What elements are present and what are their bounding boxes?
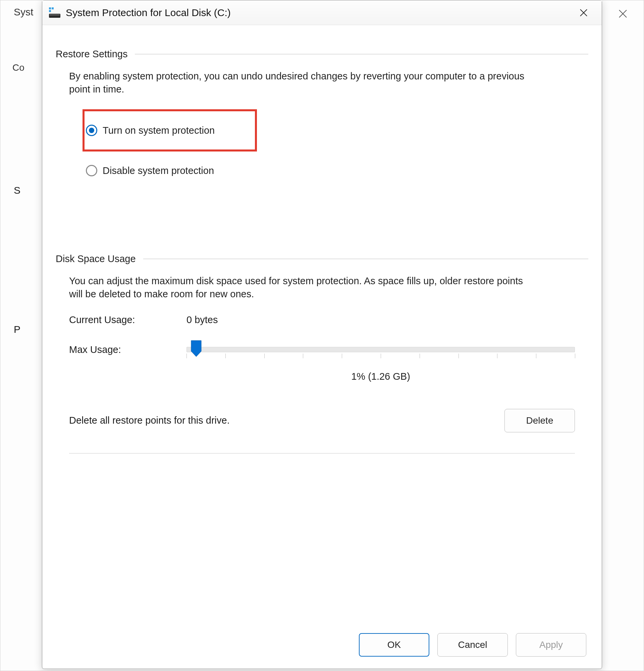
apply-button[interactable]: Apply <box>516 633 586 657</box>
slider-value-text: 1% (1.26 GB) <box>186 371 575 382</box>
disk-description: You can adjust the maximum disk space us… <box>69 275 539 301</box>
section-label: Disk Space Usage <box>56 253 143 264</box>
max-usage-slider[interactable] <box>186 347 575 352</box>
dialog-footer: OK Cancel Apply <box>42 621 602 669</box>
slider-ticks <box>186 354 575 361</box>
svg-rect-6 <box>50 14 60 15</box>
parent-window-title: Syst <box>14 7 33 18</box>
system-icon <box>48 7 61 19</box>
current-usage-row: Current Usage: 0 bytes <box>69 314 588 326</box>
radio-label: Disable system protection <box>103 165 214 176</box>
ok-button[interactable]: OK <box>359 633 429 657</box>
close-icon <box>580 9 588 17</box>
dialog-close-button[interactable] <box>570 4 597 21</box>
current-usage-value: 0 bytes <box>186 314 218 326</box>
svg-rect-5 <box>49 14 60 18</box>
footer-separator <box>69 453 575 454</box>
dialog-titlebar: System Protection for Local Disk (C:) <box>42 0 602 25</box>
max-usage-label: Max Usage: <box>69 341 186 355</box>
system-protection-dialog: System Protection for Local Disk (C:) Re… <box>42 0 602 669</box>
parent-tab-fragment: Co <box>12 62 24 73</box>
restore-radio-group: Turn on system protection Disable system… <box>86 109 588 180</box>
close-icon <box>619 9 627 18</box>
max-usage-row: Max Usage: 1% (1.26 GB) <box>69 341 588 382</box>
section-header-disk: Disk Space Usage <box>56 253 588 264</box>
svg-rect-2 <box>49 8 51 9</box>
parent-letter-p: P <box>14 324 21 335</box>
current-usage-label: Current Usage: <box>69 314 186 326</box>
delete-row: Delete all restore points for this drive… <box>69 409 575 432</box>
dialog-title: System Protection for Local Disk (C:) <box>66 7 570 18</box>
parent-close-button[interactable] <box>609 4 636 24</box>
section-label: Restore Settings <box>56 49 135 60</box>
svg-rect-4 <box>49 10 51 12</box>
restore-description: By enabling system protection, you can u… <box>69 70 539 96</box>
section-divider <box>135 54 588 54</box>
delete-description: Delete all restore points for this drive… <box>69 415 505 426</box>
section-divider <box>143 259 588 259</box>
section-header-restore: Restore Settings <box>56 49 588 60</box>
radio-icon <box>86 165 97 176</box>
delete-button[interactable]: Delete <box>505 409 575 432</box>
radio-disable[interactable]: Disable system protection <box>86 162 588 180</box>
parent-letter-s: S <box>14 185 21 196</box>
svg-rect-3 <box>52 8 54 9</box>
radio-icon <box>86 125 97 136</box>
dialog-content: Restore Settings By enabling system prot… <box>42 25 602 621</box>
highlight-box: Turn on system protection <box>83 109 257 152</box>
max-usage-slider-wrap: 1% (1.26 GB) <box>186 341 588 382</box>
cancel-button[interactable]: Cancel <box>437 633 508 657</box>
radio-turn-on[interactable]: Turn on system protection <box>86 121 215 139</box>
radio-label: Turn on system protection <box>103 125 215 136</box>
